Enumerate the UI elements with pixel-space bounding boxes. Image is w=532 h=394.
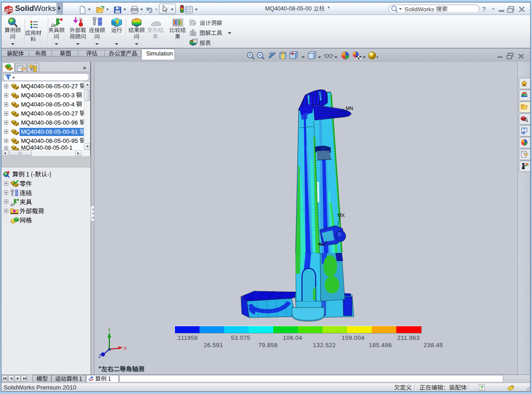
svg-text:Z: Z — [98, 354, 101, 359]
svg-text:X: X — [124, 346, 127, 351]
svg-text:S: S — [5, 9, 8, 13]
svg-text:W: W — [9, 8, 13, 12]
svg-text:MN: MN — [346, 106, 353, 111]
svg-text:MX: MX — [338, 212, 345, 218]
